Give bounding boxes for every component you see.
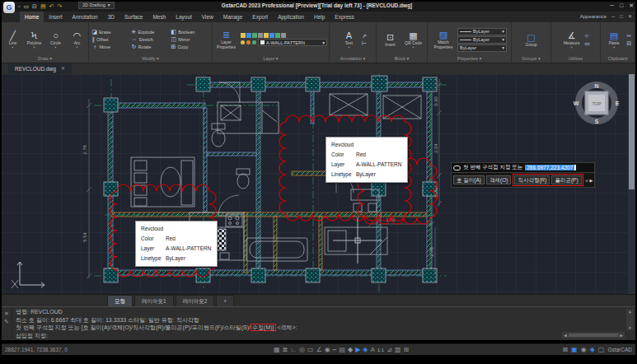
insert-block-button[interactable]: ⊡Insert (380, 32, 400, 47)
tab-help[interactable]: Help (309, 12, 330, 22)
layer-thaw-icon[interactable] (246, 40, 251, 44)
command-vertical-scrollbar[interactable]: ▲▼ (626, 309, 634, 330)
tool-move[interactable]: ＋Move (92, 44, 130, 50)
object-snap-tracking-toggle[interactable]: ∠ (316, 346, 322, 354)
selection-cycling-toggle[interactable]: ▶ (355, 346, 360, 354)
full-screen-icon[interactable]: ⊠ (562, 346, 568, 354)
tool-circle[interactable]: ○Circle▾ (46, 30, 65, 49)
command-horizontal-scrollbar[interactable]: ◀▶ (562, 332, 625, 338)
tab-add-layout[interactable]: + (216, 295, 234, 306)
tool-boolean[interactable]: ◧Boolean (171, 29, 209, 35)
lineweight-dropdown[interactable]: ByLayer▾ (457, 36, 507, 44)
doc-minimize-button[interactable]: ─ (611, 12, 615, 22)
layer-properties-button[interactable]: ≣ LayerProperties (214, 30, 238, 49)
tool-erase[interactable]: ◪Erase (92, 29, 130, 35)
maximize-button[interactable]: □ (620, 2, 623, 9)
snap-toggle[interactable]: ▦ (274, 346, 280, 354)
dynamic-ucs-toggle[interactable]: ◉ (325, 346, 330, 354)
panel-label-groups[interactable]: Groups ▾ (512, 55, 550, 63)
layer-unlock-icon[interactable] (252, 40, 256, 44)
tool-explode[interactable]: ✳Explode (132, 29, 170, 35)
3d-osnap-toggle[interactable]: ◈ (363, 346, 368, 354)
panel-label-layer[interactable]: Layer ▾ (213, 55, 329, 63)
current-layer-dropdown[interactable]: A-WALL-PATTERN▾ (258, 39, 327, 46)
save-icon[interactable]: ⊟ (32, 2, 37, 10)
scrollbar-thumb[interactable] (629, 74, 635, 189)
close-button[interactable]: ✕ (629, 2, 634, 9)
tab-model[interactable]: 모형 (107, 295, 133, 306)
tool-polyline[interactable]: ϞPolyline▾ (25, 30, 44, 49)
new-icon[interactable]: ▫ (18, 2, 20, 10)
tool-arc[interactable]: ◠Arc▾ (68, 30, 87, 49)
quick-calc-icon[interactable]: ▭ (584, 40, 590, 47)
scroll-up-icon[interactable]: ▲ (628, 309, 632, 314)
color-dropdown[interactable]: ByLayer▾ (457, 28, 507, 35)
copy-clip-icon[interactable]: ⊟ (627, 40, 632, 47)
transparency-toggle[interactable]: ◆ (348, 346, 353, 354)
text-tool[interactable]: AText▾ (339, 30, 359, 49)
tab-view[interactable]: View (197, 12, 218, 22)
command-line-panel[interactable]: ✕ ✎ 명령: REVCLOUD 최소 호 길이: 6.6667 최대 호 길이… (2, 306, 635, 340)
panel-label-draw[interactable]: Draw ▾ (2, 55, 88, 63)
tab-layout1[interactable]: 레이아웃1 (134, 295, 174, 306)
annotation-scale[interactable]: 1:1 (377, 346, 384, 354)
leader-icon[interactable]: ↗ (362, 33, 367, 40)
linetype-dropdown[interactable]: ByLayer▾ (457, 44, 507, 52)
tab-layout[interactable]: Layout (171, 12, 197, 22)
dynamic-input-toggle[interactable]: ⌐ (333, 346, 337, 354)
cut-icon[interactable]: ✂ (627, 33, 632, 40)
match-properties-button[interactable]: ▨ MatchProperties (432, 30, 455, 49)
tab-manage[interactable]: Manage (218, 12, 248, 22)
redo-icon[interactable]: ↷ (57, 2, 62, 10)
tool-line[interactable]: ╱Line▾ (3, 30, 22, 49)
tab-surface[interactable]: Surface (119, 12, 148, 22)
doc-close-button[interactable]: ✕ (628, 12, 632, 22)
tool-offset[interactable]: ∥Offset (92, 36, 130, 43)
annotation-visibility-toggle[interactable]: A (371, 346, 375, 354)
prev-arrow-icon[interactable]: ◀ (585, 178, 588, 183)
autoscale-toggle[interactable]: ⊿ (386, 346, 392, 354)
doc-restore-button[interactable]: □ (620, 12, 623, 22)
tab-application[interactable]: Application (273, 12, 309, 22)
next-arrow-icon[interactable]: ▶ (589, 178, 593, 183)
annotation-monitor-toggle[interactable]: ▥ (395, 346, 401, 354)
panel-label-block[interactable]: Block ▾ (377, 55, 427, 63)
option-polygon[interactable]: 폴리곤(P) (551, 175, 581, 184)
tool-stretch[interactable]: ⇔Stretch (132, 36, 170, 43)
id-point-icon[interactable]: ⊹ (584, 33, 589, 40)
panel-label-properties[interactable]: Properties ▾ (428, 55, 511, 63)
tab-mesh[interactable]: Mesh (148, 12, 171, 22)
edit-command-icon[interactable]: ✎ (4, 319, 9, 325)
drawing-vertical-scrollbar[interactable] (628, 74, 635, 294)
tab-insert[interactable]: Insert (44, 12, 67, 22)
panel-label-annotation[interactable]: Annotation ▾ (330, 55, 376, 63)
cloud-sync-icon[interactable]: ◈ (590, 346, 595, 354)
tool-copy[interactable]: ⊞Copy (171, 44, 209, 50)
app-logo-icon[interactable]: G (3, 2, 15, 13)
document-tab-close-icon[interactable]: ✕ (61, 63, 65, 74)
open-icon[interactable]: ▭ (23, 2, 29, 10)
grid-toggle[interactable]: ≣ (283, 346, 288, 354)
option-arc-length[interactable]: 호 길이(A) (453, 175, 485, 184)
scroll-right-icon[interactable]: ▶ (620, 333, 623, 338)
layer-on-icon[interactable] (241, 40, 245, 44)
drawing-viewport[interactable]: 2.78 5.54 0.90 2.04 0.73 1.66 2.78 TOP (2, 74, 635, 294)
viewcube[interactable]: TOP N E S W (574, 83, 620, 124)
notification-icon[interactable]: ◉ (581, 346, 587, 354)
tab-layout2[interactable]: 레이아웃2 (176, 295, 215, 306)
command-history[interactable]: 명령: REVCLOUD 최소 호 길이: 6.6667 최대 호 길이: 13… (16, 308, 617, 339)
layer-state-icons[interactable] (241, 33, 327, 38)
lineweight-toggle[interactable]: ▤ (339, 346, 345, 354)
performance-icon[interactable]: ▣ (571, 346, 578, 354)
dynamic-input-value[interactable]: 286.6977,223.4207 (525, 165, 576, 170)
option-rectangular[interactable]: 직사각형(R) (514, 175, 550, 184)
tab-express[interactable]: Express (330, 12, 358, 22)
qr-code-button[interactable]: ▦QR Code▾ (403, 30, 424, 49)
scroll-left-icon[interactable]: ◀ (564, 333, 567, 338)
isolate-objects-toggle[interactable]: ⊞ (403, 346, 409, 354)
option-object[interactable]: 객체(O) (486, 175, 511, 184)
scroll-down-icon[interactable]: ▼ (628, 325, 632, 330)
panel-label-utilities[interactable]: Utilities (551, 55, 600, 63)
workspace-switcher[interactable]: 2D Drafting ▾ (78, 2, 115, 9)
tab-annotation[interactable]: Annotation (68, 12, 103, 22)
